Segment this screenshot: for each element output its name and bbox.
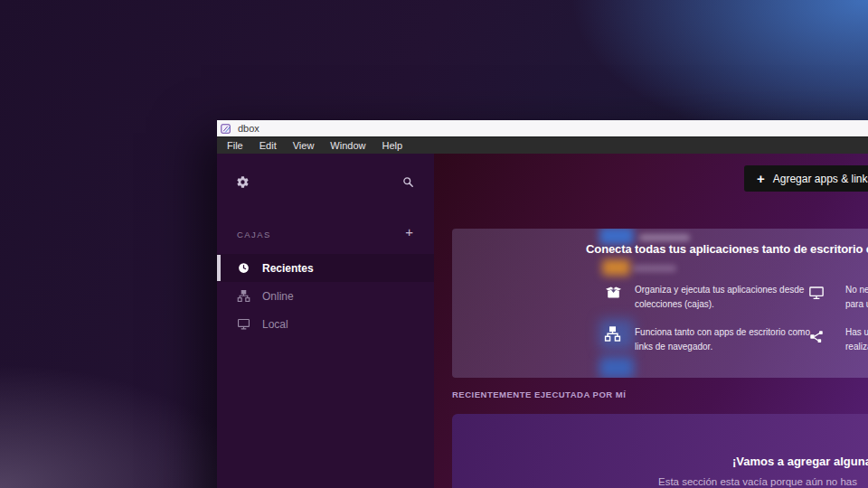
selected-indicator: [217, 255, 221, 281]
feature-line: No nec: [845, 283, 868, 297]
gear-icon[interactable]: [236, 175, 250, 189]
window-titlebar[interactable]: dbox: [217, 120, 868, 136]
add-caja-button[interactable]: +: [405, 224, 413, 239]
add-apps-links-button[interactable]: + Agregar apps & links: [744, 165, 868, 192]
card-heading: Conecta todas tus aplicaciones tanto de …: [586, 242, 868, 256]
blurred-text: [639, 234, 690, 241]
empty-state-subtitle: Esta sección esta vacía porque aún no ha…: [658, 476, 857, 487]
feature-line: Has un: [845, 325, 868, 340]
window-title: dbox: [238, 123, 259, 134]
monitor-icon: [237, 317, 250, 331]
feature-line: links de navegador.: [635, 340, 810, 354]
sidebar: CAJAS + Recientes: [217, 154, 434, 488]
sidebar-item-label: Recientes: [262, 262, 314, 275]
sitemap-icon: [237, 289, 250, 303]
menu-window[interactable]: Window: [326, 137, 370, 155]
feature-line: Funciona tanto con apps de escritorio co…: [635, 325, 810, 340]
share-nodes-icon: [809, 329, 825, 344]
feature-line: realiza: [845, 340, 868, 354]
empty-state-title: ¡Vamos a agregar algunas: [732, 455, 868, 468]
blurred-text: [633, 265, 676, 272]
cajas-section-label: CAJAS: [237, 230, 271, 239]
menu-view[interactable]: View: [288, 137, 319, 155]
menu-file[interactable]: File: [222, 137, 248, 155]
search-icon[interactable]: [401, 175, 415, 189]
main-content: + Agregar apps & links Conecta todas tus…: [434, 154, 868, 488]
sidebar-nav: Recientes Online: [217, 254, 434, 338]
menu-bar: File Edit View Window Help: [217, 136, 868, 154]
blurred-app-icon: [602, 259, 630, 276]
sitemap-icon: [604, 325, 621, 343]
sidebar-item-label: Local: [262, 318, 288, 331]
sidebar-item-online[interactable]: Online: [217, 282, 434, 310]
monitor-icon: [808, 285, 825, 301]
dbox-logo-icon: [221, 123, 232, 135]
open-box-icon: [604, 283, 623, 302]
section-header-recent: RECIENTEMENTE EJECUTADA POR MÍ: [452, 389, 626, 399]
clock-icon: [237, 261, 250, 275]
feature-line: Organiza y ejecuta tus aplicaciones desd…: [635, 283, 804, 297]
feature-line: para us: [845, 297, 868, 312]
menu-edit[interactable]: Edit: [255, 137, 281, 155]
sidebar-item-recientes[interactable]: Recientes: [217, 254, 434, 282]
feature-line: colecciones (cajas).: [635, 297, 804, 312]
sidebar-item-label: Online: [262, 290, 294, 303]
blurred-app-icon: [599, 357, 634, 378]
recent-empty-panel: ¡Vamos a agregar algunas Esta sección es…: [452, 414, 868, 488]
add-apps-links-label: Agregar apps & links: [773, 173, 868, 185]
onboarding-card: Conecta todas tus aplicaciones tanto de …: [452, 229, 868, 378]
dbox-window: dbox File Edit View Window Help: [217, 120, 868, 488]
menu-help[interactable]: Help: [377, 137, 407, 155]
desktop: dbox File Edit View Window Help: [0, 0, 868, 488]
sidebar-item-local[interactable]: Local: [217, 310, 434, 338]
plus-icon: +: [757, 172, 765, 185]
